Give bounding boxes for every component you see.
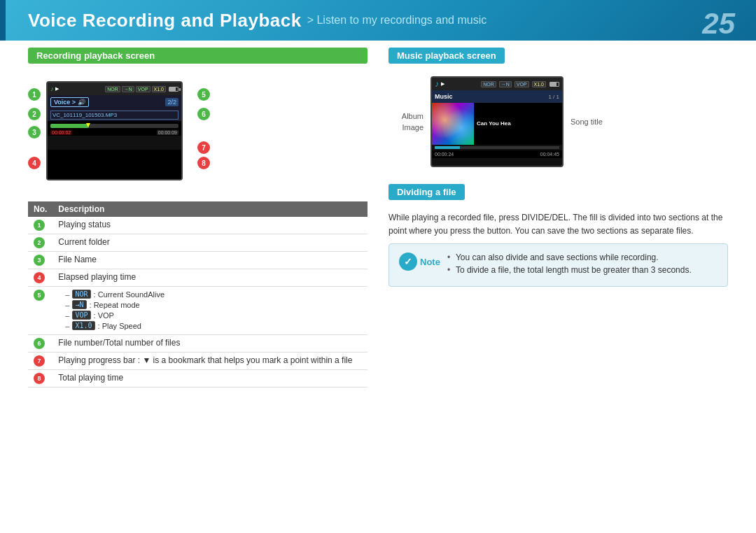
- nor-code: NOR: [72, 290, 90, 299]
- dividing-badge: Dividing a file: [388, 184, 465, 200]
- note-content: You can also divide and save sections wh…: [447, 253, 718, 278]
- row-num-cell: 5: [28, 287, 52, 335]
- vop-label: : VOP: [94, 311, 114, 320]
- table-row: 2 Current folder: [28, 234, 368, 252]
- row-num-6: 6: [34, 338, 45, 349]
- music-total: 00:04:45: [540, 152, 559, 157]
- callout-3: 3: [28, 126, 41, 138]
- note-icon: ✓: [399, 253, 417, 271]
- music-progress-fill: [435, 146, 460, 149]
- file-count: 2/2: [165, 98, 178, 106]
- recording-device-container: 1 2 3 4 5 6 7 8 ♪ ▶: [28, 81, 210, 193]
- screen-icons: NOR →N VOP X1.0: [105, 86, 178, 92]
- row-desc-1: Playing status: [52, 217, 368, 234]
- row-desc-2: Current folder: [52, 234, 368, 252]
- callout-4: 4: [28, 157, 41, 169]
- repeat-code: →N: [72, 300, 86, 309]
- note-list: You can also divide and save sections wh…: [447, 253, 718, 275]
- filename-text: VC_101119_101503.MP3: [50, 111, 178, 120]
- music-section: Music playback screen Album Image ♪ ▶ NO…: [388, 48, 728, 167]
- row-num-cell: 2: [28, 234, 52, 252]
- row-num-cell: 3: [28, 252, 52, 269]
- header-bar: Voice Recording and Playback > Listen to…: [0, 0, 756, 41]
- table-row: 4 Elapsed playing time: [28, 269, 368, 287]
- note-box: ✓ Note You can also divide and save sect…: [388, 243, 728, 287]
- music-device-area: Album Image ♪ ▶ NOR →N VOP X1.0: [388, 76, 728, 167]
- device-inner: ♪ ▶ NOR →N VOP X1.0: [48, 83, 181, 179]
- table-header-desc: Description: [52, 201, 368, 217]
- speed-label: : Play Speed: [98, 322, 141, 330]
- music-title: Music: [435, 93, 453, 100]
- row-num-cell: 6: [28, 335, 52, 353]
- album-image-label: Album Image: [388, 111, 424, 134]
- row-desc-4: Elapsed playing time: [52, 269, 368, 287]
- row-num-5: 5: [34, 290, 45, 301]
- music-title-row: Music 1 / 1: [432, 90, 562, 103]
- nor-label: : Current SoundAlive: [94, 290, 165, 299]
- table-row: 5 – NOR : Current SoundAlive – →N :: [28, 287, 368, 335]
- album-label-line2: Image: [388, 122, 424, 134]
- row-num-cell: 8: [28, 370, 52, 388]
- sub-item-nor: – NOR : Current SoundAlive: [65, 290, 362, 299]
- row-desc-5: – NOR : Current SoundAlive – →N : Repeat…: [52, 287, 368, 335]
- music-time-row: 00:00:24 00:04:45: [432, 150, 562, 158]
- music-device-screen: ♪ ▶ NOR →N VOP X1.0 Music 1: [430, 76, 564, 167]
- description-table: No. Description 1 Playing status 2 Curre…: [28, 201, 368, 388]
- music-repeat: →N: [499, 81, 512, 87]
- callout-7: 7: [197, 141, 210, 154]
- speed-badge: X1.0: [152, 86, 166, 92]
- header-accent: [0, 0, 6, 41]
- row-desc-6: File number/Total number of files: [52, 335, 368, 353]
- right-column: Music playback screen Album Image ♪ ▶ NO…: [388, 48, 728, 519]
- recording-badge: Recording playback screen: [28, 48, 368, 64]
- music-status-bar: ♪ ▶ NOR →N VOP X1.0: [432, 78, 562, 90]
- sub-item-speed: – X1.0 : Play Speed: [65, 321, 362, 330]
- screen-bottom: [48, 136, 181, 150]
- recording-device-screen: ♪ ▶ NOR →N VOP X1.0: [46, 81, 183, 180]
- row-num-cell: 4: [28, 269, 52, 287]
- table-row: 8 Total playing time: [28, 370, 368, 388]
- row-num-cell: 1: [28, 217, 52, 234]
- dividing-section: Dividing a file While playing a recorded…: [388, 184, 728, 287]
- row-num-8: 8: [34, 373, 45, 384]
- folder-label: Voice > 🔊: [50, 97, 89, 107]
- callout-1: 1: [28, 88, 41, 101]
- sub-item-vop: – VOP : VOP: [65, 311, 362, 320]
- callout-5: 5: [197, 88, 210, 101]
- sub-item-repeat: – →N : Repeat mode: [65, 300, 362, 309]
- vop-badge: VOP: [136, 86, 150, 92]
- note-item-2: To divide a file, the total length must …: [447, 265, 718, 275]
- table-row: 3 File Name: [28, 252, 368, 269]
- album-art-inner: [432, 103, 474, 145]
- row-desc-8: Total playing time: [52, 370, 368, 388]
- callout-2: 2: [28, 108, 41, 120]
- vop-code: VOP: [72, 311, 90, 320]
- row-num-3: 3: [34, 255, 45, 266]
- sub-items-5: – NOR : Current SoundAlive – →N : Repeat…: [58, 290, 362, 330]
- note-label: Note: [420, 257, 440, 267]
- table-header-no: No.: [28, 201, 52, 217]
- music-nor: NOR: [481, 81, 496, 87]
- header-subtitle: > Listen to my recordings and music: [307, 14, 487, 27]
- header-title: Voice Recording and Playback: [28, 10, 302, 31]
- music-note-icon: ♪: [435, 79, 439, 89]
- music-badge: Music playback screen: [388, 48, 505, 64]
- row-num-7: 7: [34, 355, 45, 367]
- row-num-2: 2: [34, 237, 45, 248]
- screen-status-bar: ♪ ▶ NOR →N VOP X1.0: [48, 83, 181, 95]
- time-row: 00:00:02 00:00:09: [48, 129, 181, 136]
- elapsed-time: 00:00:02: [50, 130, 72, 135]
- music-play-icon: ▶: [441, 81, 444, 87]
- music-battery: [550, 82, 559, 87]
- callout-8: 8: [197, 157, 210, 169]
- total-time: 00:00:09: [157, 130, 178, 135]
- music-progress-bar: [435, 146, 559, 149]
- progress-bar: [50, 124, 178, 128]
- left-column: Recording playback screen 1 2 3 4 5 6 7 …: [28, 48, 368, 519]
- note-icon-container: ✓ Note: [399, 253, 440, 271]
- song-title-label: Song title: [570, 118, 603, 126]
- album-info: Can You Hea: [474, 103, 562, 145]
- progress-fill: [50, 124, 89, 128]
- callout-6: 6: [197, 108, 210, 120]
- dividing-text: While playing a recorded file, press DIV…: [388, 211, 728, 238]
